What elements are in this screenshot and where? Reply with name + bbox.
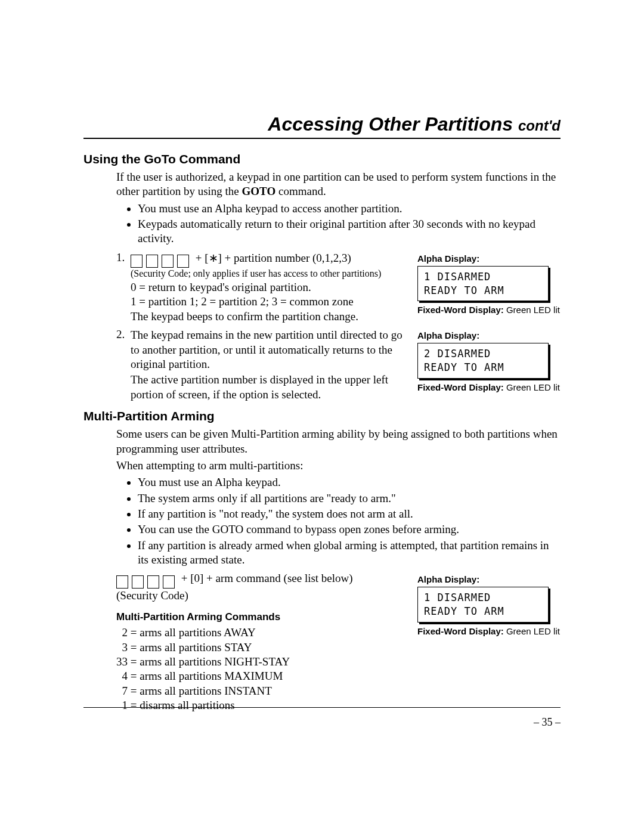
alpha-display-box-3: 1 DISARMED READY TO ARM: [417, 587, 549, 623]
fixed-word-note: Fixed-Word Display: Green LED lit: [417, 626, 561, 636]
security-code-boxes: [116, 574, 178, 589]
code-digit-box: [162, 255, 174, 268]
step-number: 1.: [116, 251, 131, 264]
alpha-display-label: Alpha Display:: [417, 330, 561, 340]
section-body-multi: Some users can be given Multi-Partition …: [116, 427, 561, 713]
cmd-row: 2 = arms all partitions AWAY: [116, 625, 407, 640]
code-digit-box: [116, 575, 128, 589]
section-heading-goto: Using the GoTo Command: [83, 152, 561, 166]
fixed-word-note: Fixed-Word Display: Green LED lit: [417, 382, 561, 392]
code-digit-box: [131, 255, 143, 268]
step-number: 2.: [116, 328, 131, 341]
arm-note: (Security Code): [116, 589, 407, 603]
page-number: – 35 –: [534, 716, 561, 729]
multi-bullets: You must use an Alpha keypad. The system…: [116, 475, 561, 567]
cmd-row: 1 = disarms all partitions: [116, 698, 407, 713]
step1-note: (Security Code; only applies if user has…: [131, 268, 407, 280]
multi-bullet-4: You can use the GOTO command to bypass o…: [138, 522, 561, 537]
fixed-word-note: Fixed-Word Display: Green LED lit: [417, 305, 561, 315]
goto-step2-row: 2. The keypad remains in the new partiti…: [116, 328, 561, 402]
code-digit-box: [177, 255, 189, 268]
code-digit-box: [163, 575, 175, 589]
goto-bullet-2: Keypads automatically return to their or…: [138, 217, 561, 246]
cmd-row: 7 = arms all partitions INSTANT: [116, 684, 407, 698]
manual-page: Accessing Other Partitions cont'd Using …: [0, 0, 644, 833]
step1-line-2: The keypad beeps to confirm the partitio…: [131, 309, 407, 324]
page-title: Accessing Other Partitions cont'd: [83, 113, 561, 139]
multi-intro-2: When attempting to arm multi-partitions:: [116, 459, 561, 473]
arm-syntax: + [0] + arm command (see list below): [178, 572, 353, 584]
code-digit-box: [146, 255, 158, 268]
step2-text-b: The active partition number is displayed…: [131, 373, 407, 402]
title-contd: cont'd: [518, 117, 561, 134]
step1-line-1: 1 = partition 1; 2 = partition 2; 3 = co…: [131, 295, 407, 309]
alpha-display-label: Alpha Display:: [417, 574, 561, 584]
step1-line-0: 0 = return to keypad's original partitio…: [131, 280, 407, 295]
commands-list: 2 = arms all partitions AWAY 3 = arms al…: [116, 625, 407, 713]
footer-rule: [83, 707, 561, 708]
section-body-goto: If the user is authorized, a keypad in o…: [116, 170, 561, 402]
multi-bullet-1: You must use an Alpha keypad.: [138, 475, 561, 490]
multi-bullet-2: The system arms only if all partitions a…: [138, 491, 561, 506]
multi-intro-1: Some users can be given Multi-Partition …: [116, 427, 561, 456]
goto-intro: If the user is authorized, a keypad in o…: [116, 170, 561, 199]
goto-bullet-1: You must use an Alpha keypad to access a…: [138, 202, 561, 216]
security-code-boxes: [131, 253, 193, 268]
commands-heading: Multi-Partition Arming Commands: [116, 611, 407, 623]
cmd-row: 3 = arms all partitions STAY: [116, 640, 407, 655]
goto-bullets: You must use an Alpha keypad to access a…: [116, 202, 561, 246]
multi-bullet-3: If any partition is "not ready," the sys…: [138, 507, 561, 521]
multi-arm-row: + [0] + arm command (see list below) (Se…: [116, 572, 561, 713]
step1-syntax: + [∗] + partition number (0,1,2,3): [193, 252, 351, 264]
section-heading-multi: Multi-Partition Arming: [83, 409, 561, 423]
alpha-display-box-2: 2 DISARMED READY TO ARM: [417, 343, 549, 379]
alpha-display-label: Alpha Display:: [417, 253, 561, 264]
cmd-row: 4 = arms all partitions MAXIMUM: [116, 669, 407, 683]
cmd-row: 33 = arms all partitions NIGHT-STAY: [116, 655, 407, 669]
title-main: Accessing Other Partitions: [268, 113, 518, 135]
multi-bullet-5: If any partition is already armed when g…: [138, 538, 561, 568]
goto-step1-row: 1. + [∗] + partition number (0,1,2,3) (S…: [116, 251, 561, 325]
step2-text-a: The keypad remains in the new partition …: [131, 328, 407, 371]
code-digit-box: [132, 575, 144, 589]
alpha-display-box-1: 1 DISARMED READY TO ARM: [417, 266, 549, 302]
code-digit-box: [147, 575, 159, 589]
